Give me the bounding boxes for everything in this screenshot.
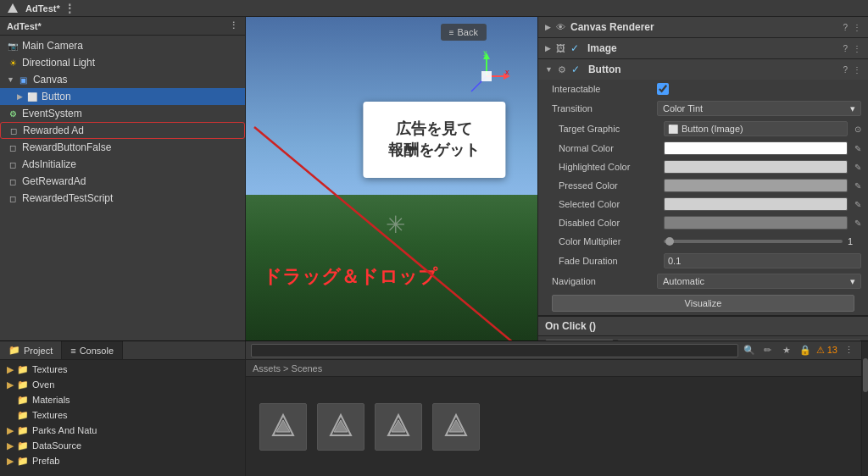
hierarchy-item-getrewardad[interactable]: ◻ GetRewardAd	[0, 173, 245, 190]
scrollbar-thumb[interactable]	[863, 358, 868, 392]
asset-grid	[246, 377, 861, 476]
button-help[interactable]: ?	[843, 65, 848, 75]
scene-view[interactable]: x y ≡ Back 広告を見て 報酬をゲット ✳ ドラッグ＆ドロップ	[246, 17, 537, 340]
canvas-renderer-help[interactable]: ?	[843, 23, 848, 32]
button-settings[interactable]: ⋮	[853, 65, 861, 75]
hierarchy-item-eventsystem[interactable]: ⚙ EventSystem	[0, 105, 245, 122]
color-multiplier-thumb[interactable]	[665, 237, 674, 246]
folder-item-materials[interactable]: 📁 Materials	[0, 392, 245, 407]
tab-project[interactable]: 📁 Project	[0, 341, 62, 359]
pressed-color-row: Pressed Color ✎	[538, 176, 868, 195]
selected-color-swatch[interactable]	[664, 197, 848, 211]
bottom-scrollbar[interactable]	[861, 341, 868, 476]
folder-textures2-label: Textures	[32, 410, 68, 420]
onclick-title: On Click ()	[545, 320, 596, 332]
color-multiplier-slider-row: 1	[664, 236, 861, 246]
hierarchy-menu-icon[interactable]: ⋮	[64, 2, 75, 15]
hierarchy-item-rewardbuttonfalse[interactable]: ◻ RewardButtonFalse	[0, 139, 245, 156]
hierarchy-panel: AdTest* ⋮ 📷 Main Camera ☀ Directional Li…	[0, 17, 246, 340]
hierarchy-item-directional-light[interactable]: ☀ Directional Light	[0, 54, 245, 71]
target-graphic-field[interactable]: ⬜ Button (Image)	[664, 121, 848, 136]
back-label: Back	[458, 27, 478, 37]
pressed-color-picker[interactable]: ✎	[854, 181, 861, 191]
color-multiplier-row: Color Multiplier 1	[538, 232, 868, 251]
folder-item-datasource[interactable]: ▶ 📁 DataSource	[0, 438, 245, 453]
image-help[interactable]: ?	[843, 44, 848, 53]
expand-arrow-button[interactable]: ▶	[17, 92, 23, 101]
target-graphic-value: ⬜ Button (Image) ⊙	[664, 121, 861, 136]
folder-item-oven[interactable]: ▶ 📁 Oven	[0, 377, 245, 392]
canvas-renderer-settings[interactable]: ⋮	[853, 23, 861, 32]
asset-item-3[interactable]	[375, 403, 422, 451]
disabled-color-picker[interactable]: ✎	[854, 219, 861, 228]
hierarchy-item-rewardedtestscript[interactable]: ◻ RewardedTestScript	[0, 190, 245, 207]
hierarchy-item-button[interactable]: ▶ ⬜ Button	[0, 88, 245, 105]
transition-dropdown[interactable]: Color Tint ▾	[657, 101, 861, 116]
normal-color-swatch[interactable]	[664, 141, 848, 155]
normal-color-value: ✎	[664, 141, 861, 155]
svg-rect-6	[481, 71, 492, 81]
search-icon[interactable]: 🔍	[742, 343, 757, 358]
normal-color-picker[interactable]: ✎	[854, 144, 861, 153]
asset-item-1[interactable]	[259, 403, 307, 451]
fade-duration-field[interactable]: 0.1	[664, 253, 861, 268]
canvas-renderer-header[interactable]: ▶ 👁 Canvas Renderer ? ⋮	[538, 17, 868, 37]
button-section-title: Button	[588, 64, 838, 75]
back-button[interactable]: ≡ Back	[441, 24, 487, 41]
hierarchy-item-canvas[interactable]: ▼ ▣ Canvas	[0, 71, 245, 88]
selected-color-value: ✎	[664, 197, 861, 211]
folder-prefab-label: Prefab	[32, 456, 59, 466]
search-input[interactable]	[251, 344, 738, 357]
highlighted-color-value: ✎	[664, 160, 861, 174]
transition-dropdown-value: Color Tint	[663, 103, 703, 113]
breadcrumb: Assets > Scenes	[246, 360, 861, 377]
highlighted-color-label: Highlighted Color	[559, 162, 660, 172]
button-check[interactable]: ✓	[571, 64, 580, 75]
hierarchy-menu[interactable]: ⋮	[229, 20, 238, 31]
star-icon[interactable]: ★	[779, 343, 794, 358]
folder-item-prefab[interactable]: ▶ 📁 Prefab	[0, 453, 245, 468]
target-graphic-picker[interactable]: ⊙	[854, 125, 861, 134]
highlighted-color-swatch[interactable]	[664, 160, 848, 174]
disabled-color-label: Disabled Color	[559, 218, 660, 228]
folder-item-textures2[interactable]: 📁 Textures	[0, 407, 245, 423]
color-multiplier-slider[interactable]	[664, 240, 843, 243]
hierarchy-item-adsinitialize[interactable]: ◻ AdsInitialize	[0, 156, 245, 173]
tab-console[interactable]: ≡ Console	[62, 341, 123, 359]
disabled-color-swatch[interactable]	[664, 216, 848, 230]
more-options-icon[interactable]: ⋮	[841, 343, 856, 358]
asset-item-2[interactable]	[317, 403, 364, 451]
lock-icon[interactable]: 🔒	[798, 343, 813, 358]
scene-crosshair: ✳	[386, 211, 405, 239]
color-multiplier-label: Color Multiplier	[559, 236, 660, 246]
image-fold: ▶	[545, 44, 551, 53]
button-text-line1: 広告を見て	[388, 119, 480, 140]
image-check[interactable]: ✓	[570, 42, 579, 54]
pressed-color-swatch[interactable]	[664, 179, 848, 192]
hierarchy-item-main-camera[interactable]: 📷 Main Camera	[0, 37, 245, 54]
svg-text:x: x	[505, 68, 509, 76]
navigation-dropdown[interactable]: Automatic ▾	[657, 274, 861, 289]
expand-arrow-canvas[interactable]: ▼	[7, 75, 14, 84]
tab-console-label: Console	[80, 346, 114, 356]
interactable-checkbox[interactable]	[657, 83, 669, 95]
color-multiplier-text: 1	[848, 236, 861, 246]
image-header[interactable]: ▶ 🖼 ✓ Image ? ⋮	[538, 38, 868, 58]
selected-color-picker[interactable]: ✎	[854, 200, 861, 209]
transition-dropdown-arrow: ▾	[850, 103, 855, 114]
visualize-button[interactable]: Visualize	[552, 295, 854, 312]
asset-item-4[interactable]	[432, 403, 480, 451]
transition-label: Transition	[552, 103, 654, 113]
folder-item-textures[interactable]: ▶ 📁 Textures	[0, 362, 245, 377]
asset-icon-3	[375, 403, 422, 451]
image-settings[interactable]: ⋮	[853, 44, 861, 53]
canvas-renderer-section: ▶ 👁 Canvas Renderer ? ⋮	[538, 17, 868, 38]
scene-ui-button: 広告を見て 報酬をゲット	[363, 102, 505, 178]
folder-datasource-label: DataSource	[32, 440, 81, 451]
brush-icon[interactable]: ✏	[760, 343, 776, 358]
folder-item-parks[interactable]: ▶ 📁 Parks And Natu	[0, 423, 245, 438]
canvas-icon: ▣	[18, 74, 30, 86]
hierarchy-item-rewarded-ad[interactable]: ◻ Rewarded Ad	[0, 122, 245, 139]
button-section-header[interactable]: ▼ ⚙ ✓ Button ? ⋮	[538, 59, 868, 80]
highlighted-color-picker[interactable]: ✎	[854, 163, 861, 172]
